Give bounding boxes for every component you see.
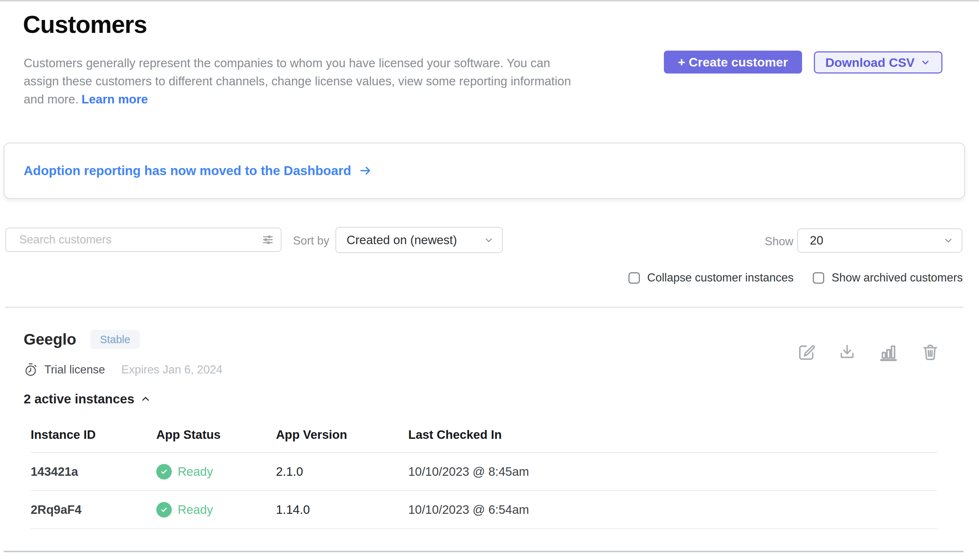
customer-name[interactable]: Geeglo — [23, 331, 76, 348]
show-label: Show — [765, 235, 794, 248]
table-header-row: Instance ID App Status App Version Last … — [31, 423, 937, 453]
app-version: 2.1.0 — [276, 465, 408, 479]
sort-by-label: Sort by — [293, 234, 329, 247]
edit-customer-icon[interactable] — [797, 341, 816, 363]
collapse-instances-option[interactable]: Collapse customer instances — [629, 271, 794, 285]
app-status: Ready — [178, 465, 213, 479]
table-row: 143421a Ready 2.1.0 10/10/2023 @ 8:45am — [31, 453, 937, 491]
app-status: Ready — [178, 503, 213, 517]
show-archived-checkbox[interactable] — [813, 272, 824, 284]
instances-table: Instance ID App Status App Version Last … — [31, 423, 937, 529]
app-version: 1.14.0 — [276, 503, 408, 517]
sort-select[interactable]: Created on (newest) — [335, 227, 503, 253]
download-csv-label: Download CSV — [825, 55, 915, 70]
description-text: and more. — [23, 92, 79, 106]
download-csv-button[interactable]: Download CSV — [814, 51, 942, 73]
license-expiration: Expires Jan 6, 2024 — [121, 363, 222, 377]
show-archived-option[interactable]: Show archived customers — [813, 271, 963, 285]
sort-select-value: Created on (newest) — [347, 233, 457, 247]
list-options: Collapse customer instances Show archive… — [629, 271, 963, 285]
description-line: assign these customers to different chan… — [23, 72, 571, 90]
app-status-cell: Ready — [156, 464, 276, 480]
column-header-last-checked-in: Last Checked In — [408, 423, 937, 452]
description-line: and more.Learn more — [23, 90, 571, 108]
checkbox-label: Collapse customer instances — [647, 271, 794, 285]
customer-header: Geeglo Stable — [23, 330, 140, 349]
license-info: Trial license Expires Jan 6, 2024 — [23, 362, 222, 378]
filter-sliders-icon[interactable] — [261, 233, 275, 247]
section-divider — [5, 307, 964, 308]
chevron-down-icon — [920, 57, 931, 68]
search-customers-field — [5, 228, 282, 252]
table-row: 2Rq9aF4 Ready 1.14.0 10/10/2023 @ 6:54am — [31, 491, 937, 529]
status-ready-icon — [156, 464, 172, 480]
create-customer-button[interactable]: + Create customer — [664, 51, 802, 73]
arrow-right-icon — [358, 164, 373, 177]
banner-link-text[interactable]: Adoption reporting has now moved to the … — [23, 163, 351, 178]
customers-page: Customers Customers generally represent … — [0, 0, 979, 560]
page-title: Customers — [23, 10, 147, 38]
download-customer-icon[interactable] — [837, 341, 857, 363]
description-line: Customers generally represent the compan… — [23, 54, 571, 72]
collapse-instances-checkbox[interactable] — [629, 272, 640, 284]
chevron-down-icon — [483, 234, 495, 246]
learn-more-link[interactable]: Learn more — [82, 92, 148, 106]
last-checked-in: 10/10/2023 @ 6:54am — [408, 503, 937, 517]
page-bottom-divider — [4, 551, 964, 552]
checkbox-label: Show archived customers — [832, 271, 963, 285]
adoption-banner[interactable]: Adoption reporting has now moved to the … — [4, 143, 965, 199]
trial-timer-icon — [23, 362, 38, 378]
column-header-app-status: App Status — [156, 423, 276, 452]
active-instances-toggle[interactable]: 2 active instances — [23, 392, 152, 406]
show-select-value: 20 — [810, 233, 824, 247]
license-type: Trial license — [44, 363, 105, 377]
instance-id: 2Rq9aF4 — [31, 503, 156, 517]
active-instances-label: 2 active instances — [23, 392, 135, 406]
column-header-app-version: App Version — [276, 423, 408, 452]
status-ready-icon — [156, 502, 172, 518]
last-checked-in: 10/10/2023 @ 8:45am — [408, 465, 937, 479]
customer-actions — [797, 341, 940, 363]
chevron-down-icon — [942, 235, 954, 247]
search-input[interactable] — [5, 228, 282, 252]
instance-id: 143421a — [31, 465, 156, 479]
show-per-page-select[interactable]: 20 — [797, 228, 962, 253]
chevron-up-icon — [140, 393, 152, 405]
channel-badge: Stable — [90, 330, 140, 349]
page-description: Customers generally represent the compan… — [23, 54, 571, 108]
window-top-edge — [0, 0, 979, 2]
customer-reporting-icon[interactable] — [878, 341, 899, 363]
app-status-cell: Ready — [156, 502, 276, 518]
column-header-instance-id: Instance ID — [31, 423, 156, 452]
archive-customer-trash-icon[interactable] — [920, 341, 940, 363]
